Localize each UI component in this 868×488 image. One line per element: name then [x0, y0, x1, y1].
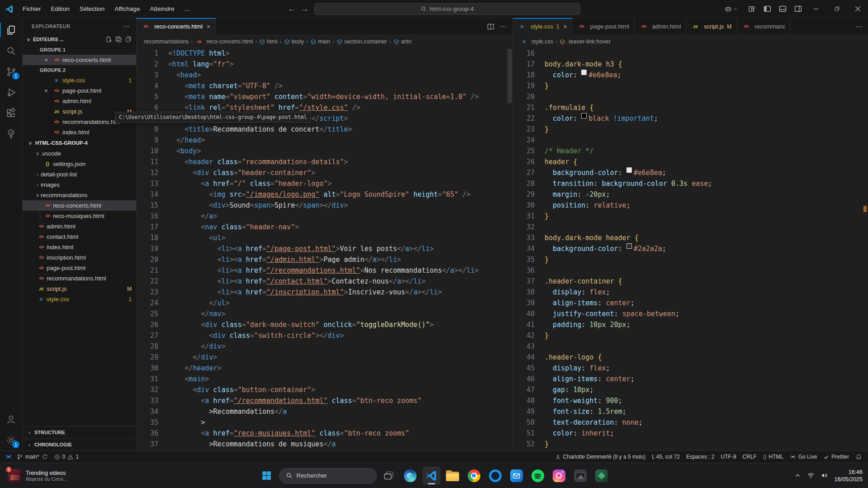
tree-item-inscription-html[interactable]: <>inscription.html	[23, 252, 136, 263]
code-line[interactable]: 39 align-items: center;	[513, 298, 868, 308]
code-line[interactable]: 38 display: flex;	[513, 287, 868, 298]
tree-item-detail-post-list[interactable]: ›detail-post-list	[23, 169, 136, 180]
section-structure[interactable]: ›STRUCTURE	[23, 426, 136, 438]
code-line[interactable]: 34 >Recommandations</a	[137, 406, 512, 417]
code-line[interactable]: 35 >	[137, 417, 512, 428]
code-line[interactable]: 47 gap: 10px;	[513, 384, 868, 395]
breadcrumb-item[interactable]: section.container	[337, 38, 387, 45]
tab-reco-concerts-html[interactable]: <>reco-concerts.html×	[137, 18, 216, 35]
tray-chevron-up-icon[interactable]	[794, 472, 801, 479]
code-line[interactable]: 17 <nav class="header-nav">	[137, 222, 512, 232]
code-line[interactable]: 4 <meta charset="UTF-8" />	[137, 81, 512, 91]
code-line[interactable]: 27 background-color: #e6e8ea;	[513, 167, 868, 178]
code-line[interactable]: 22 <li><a href="/contact.html">Contactez…	[137, 276, 512, 287]
code-line[interactable]: 3 <head>	[137, 70, 512, 81]
tree-item-reco-musiques-html[interactable]: <>reco-musiques.html	[23, 211, 136, 221]
toggle-secondary-sidebar-icon[interactable]	[790, 3, 806, 15]
code-line[interactable]: 31}	[513, 211, 868, 222]
close-button[interactable]	[847, 0, 868, 18]
code-line[interactable]: 8 <title>Recommandations de concert</tit…	[137, 124, 512, 135]
code-line[interactable]: 36	[513, 265, 868, 276]
tab-recommanc[interactable]: <>recommanc	[737, 18, 791, 35]
tree-item--vscode[interactable]: ∨.vscode	[23, 148, 136, 159]
breadcrumb-item[interactable]: main	[310, 38, 330, 45]
taskbar-task-view[interactable]	[380, 467, 398, 485]
taskbar-blue-ring-app[interactable]	[486, 467, 504, 485]
more-actions-icon[interactable]: ⋯	[855, 23, 863, 31]
code-line[interactable]: 49 font-size: 1.5rem;	[513, 406, 868, 417]
taskbar-clock[interactable]: 16:46 16/05/2025	[834, 468, 863, 483]
tab-script-js[interactable]: JSscript.jsM	[686, 18, 737, 35]
code-line[interactable]: 9 </head>	[137, 135, 512, 146]
code-line[interactable]: 46 align-items: center;	[513, 374, 868, 384]
taskbar-screenshot-thumbnail[interactable]	[571, 467, 589, 485]
code-line[interactable]: 45 display: flex;	[513, 363, 868, 374]
code-line[interactable]: 5 <meta name="viewport" content="width=d…	[137, 91, 512, 102]
code-line[interactable]: 31 <main>	[137, 374, 512, 384]
code-line[interactable]: 17body.dark-mode h3 {	[513, 59, 868, 70]
code-line[interactable]: 25/* Header */	[513, 146, 868, 156]
tree-item-script-js[interactable]: JSscript.jsM	[23, 284, 136, 294]
menu-slection[interactable]: Sélection	[75, 3, 109, 14]
code-line[interactable]: 37.header-container {	[513, 276, 868, 287]
code-line[interactable]: 18 <ul>	[137, 232, 512, 243]
tab-page-post-html[interactable]: <>page-post.html	[573, 18, 635, 35]
code-line[interactable]: 52}	[513, 439, 868, 450]
code-line[interactable]: 23}	[513, 124, 868, 135]
section-chronologie[interactable]: ›CHRONOLOGIE	[23, 438, 136, 450]
tree-item-style-css[interactable]: ≈style.css1	[23, 294, 136, 304]
editor-layout-icon[interactable]	[115, 36, 122, 43]
code-line[interactable]: 32	[513, 222, 868, 232]
tree-item-settings-json[interactable]: {}settings.json	[23, 159, 136, 169]
activity-account[interactable]	[0, 409, 22, 430]
widgets-button[interactable]: 5 Trending videos Majesté du Cervi...	[5, 467, 71, 484]
tree-item-admin-html[interactable]: <>admin.html	[23, 221, 136, 232]
menu-fichier[interactable]: Fichier	[18, 3, 46, 14]
code-line[interactable]: 35}	[513, 254, 868, 265]
code-line[interactable]: 13 <a href="/" class="header-logo">	[137, 178, 512, 189]
taskbar-mail-app[interactable]	[508, 467, 526, 485]
taskbar-file-explorer[interactable]	[444, 467, 462, 485]
editor-2-code-area[interactable]: 1617body.dark-mode h3 {18 color: #e6e8ea…	[513, 48, 868, 450]
code-line[interactable]: 11 <header class="recommandations-detail…	[137, 156, 512, 167]
menu-[interactable]: …	[180, 3, 195, 14]
code-line[interactable]: 12 <div class="header-container">	[137, 167, 512, 178]
code-line[interactable]: 28 </div>	[137, 341, 512, 352]
toggle-panel-icon[interactable]	[775, 3, 790, 15]
eol-status[interactable]: CRLF	[740, 451, 760, 463]
more-actions-icon[interactable]: ⋯	[500, 23, 507, 31]
taskbar-search[interactable]: Rechercher	[279, 468, 377, 483]
code-line[interactable]: 20 <li><a href="/admin.html">Page admin<…	[137, 254, 512, 265]
wifi-icon[interactable]	[807, 472, 815, 479]
problems-status[interactable]: 01	[51, 451, 82, 463]
code-line[interactable]: 29 margin: -20px;	[513, 189, 868, 200]
code-line[interactable]: 14 <img src="/images/logo.png" alt="Logo…	[137, 189, 512, 200]
code-line[interactable]: 50 text-decoration: none;	[513, 417, 868, 428]
activity-testing[interactable]	[0, 123, 22, 144]
copilot-menu-button[interactable]	[724, 5, 738, 13]
code-line[interactable]: 15 <div>Sound<span>Spire</span></div>	[137, 200, 512, 211]
close-icon[interactable]: ×	[207, 23, 210, 30]
go-live-button[interactable]: Go Live	[787, 451, 820, 463]
code-line[interactable]: 37 >Recommandations de musiques</a	[137, 439, 512, 450]
code-line[interactable]: 27 <div class="switch-circle"></div>	[137, 330, 512, 341]
tree-item-images[interactable]: ›images	[23, 180, 136, 190]
code-line[interactable]: 26header {	[513, 156, 868, 167]
menu-affichage[interactable]: Affichage	[110, 3, 144, 14]
open-editor-index-html[interactable]: <>index.html	[23, 127, 136, 137]
breadcrumb-item[interactable]: html	[259, 38, 278, 45]
code-line[interactable]: 19 <li><a href="/page-post.html">Voir le…	[137, 243, 512, 254]
activity-run-debug[interactable]	[0, 82, 22, 103]
breadcrumb-item[interactable]: artic	[394, 38, 412, 45]
code-line[interactable]: 29 </div>	[137, 352, 512, 363]
customize-layout-icon[interactable]	[744, 3, 759, 15]
remote-indicator[interactable]: ><	[3, 451, 14, 463]
tree-item-contact-html[interactable]: <>contact.html	[23, 232, 136, 242]
menu-atteindre[interactable]: Atteindre	[145, 3, 179, 14]
cursor-position[interactable]: L 45, col 72	[649, 451, 683, 463]
tree-item-reco-concerts-html[interactable]: <>reco-concerts.html	[23, 200, 136, 211]
code-line[interactable]: 32 <div class="button-container">	[137, 384, 512, 395]
code-line[interactable]: 33body.dark-mode header {	[513, 232, 868, 243]
code-line[interactable]: 24	[513, 135, 868, 146]
code-line[interactable]: 24 </ul>	[137, 298, 512, 308]
